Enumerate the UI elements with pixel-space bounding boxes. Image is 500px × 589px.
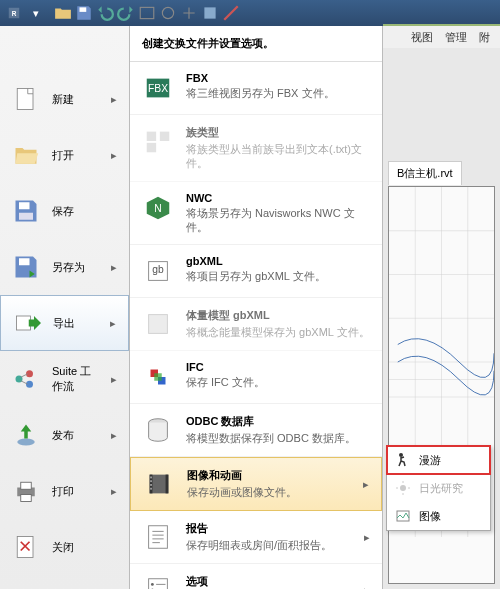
si-desc: 保存 IFC 文件。 [186, 375, 370, 389]
si-title: 族类型 [186, 125, 370, 140]
menu-suite[interactable]: Suite 工作流▸ [0, 351, 129, 407]
sub-options[interactable]: 选项设置 CAD 和 IFC 的导出选项。▸ [130, 564, 382, 589]
menu-saveas[interactable]: 另存为▸ [0, 239, 129, 295]
report-icon [142, 521, 174, 553]
sub-ifc[interactable]: IFC保存 IFC 文件。 [130, 351, 382, 404]
publish-icon [10, 419, 42, 451]
chevron-right-icon: ▸ [110, 319, 118, 327]
sub-fbx[interactable]: FBXFBX将三维视图另存为 FBX 文件。 [130, 62, 382, 115]
suite-icon [10, 363, 42, 395]
film-icon [143, 468, 175, 500]
save-icon [10, 195, 42, 227]
submenu-header: 创建交换文件并设置选项。 [130, 26, 382, 62]
si-desc: 将族类型从当前族导出到文本(.txt)文件。 [186, 142, 370, 171]
sun-icon [395, 480, 411, 496]
chevron-right-icon: ▸ [111, 95, 119, 103]
menu-label: 打开 [52, 148, 101, 163]
svg-text:FBX: FBX [148, 83, 168, 94]
chevron-right-icon: ▸ [111, 151, 119, 159]
redo-icon[interactable] [117, 4, 135, 22]
svg-rect-15 [21, 482, 32, 489]
mass-icon [142, 308, 174, 340]
menu-close[interactable]: 关闭 [0, 519, 129, 575]
flyout-solar: 日光研究 [387, 474, 490, 502]
walk-icon [395, 452, 411, 468]
menu-label: Suite 工作流 [52, 364, 101, 394]
si-title: FBX [186, 72, 370, 84]
menu-open[interactable]: 打开▸ [0, 127, 129, 183]
svg-rect-21 [160, 132, 169, 141]
si-title: 选项 [186, 574, 352, 589]
chevron-right-icon: ▸ [111, 263, 119, 271]
sub-nwc[interactable]: NNWC将场景另存为 Navisworks NWC 文件。 [130, 182, 382, 246]
image-animation-flyout: 漫游 日光研究 图像 [386, 445, 491, 531]
menu-save[interactable]: 保存 [0, 183, 129, 239]
qat-icon[interactable] [138, 4, 156, 22]
chevron-right-icon: ▸ [364, 584, 370, 589]
menu-label: 发布 [52, 428, 101, 443]
qat-icon[interactable] [201, 4, 219, 22]
open-icon [10, 139, 42, 171]
svg-rect-5 [17, 89, 33, 110]
menu-publish[interactable]: 发布▸ [0, 407, 129, 463]
undo-icon[interactable] [96, 4, 114, 22]
document-tab[interactable]: B信主机.rvt [388, 161, 462, 185]
dropdown-icon[interactable]: ▾ [26, 3, 46, 23]
si-desc: 将模型数据保存到 ODBC 数据库。 [186, 431, 370, 445]
svg-rect-34 [151, 488, 152, 490]
qat-icon[interactable] [159, 4, 177, 22]
sub-gbxml[interactable]: gbgbXML将项目另存为 gbXML 文件。 [130, 245, 382, 298]
menu-print[interactable]: 打印▸ [0, 463, 129, 519]
new-icon [10, 83, 42, 115]
open-icon[interactable] [54, 4, 72, 22]
export-icon [11, 307, 43, 339]
quick-access-toolbar [48, 4, 246, 22]
qat-icon[interactable] [222, 4, 240, 22]
sub-odbc[interactable]: ODBC 数据库将模型数据保存到 ODBC 数据库。 [130, 404, 382, 457]
svg-rect-33 [151, 484, 152, 486]
flyout-walkthrough[interactable]: 漫游 [387, 446, 490, 474]
menu-label: 导出 [53, 316, 100, 331]
svg-text:R: R [12, 10, 17, 17]
export-submenu: 创建交换文件并设置选项。 FBXFBX将三维视图另存为 FBX 文件。 族类型将… [130, 26, 383, 589]
tab-view[interactable]: 视图 [411, 30, 433, 44]
flyout-label: 图像 [419, 509, 441, 524]
si-title: NWC [186, 192, 370, 204]
menu-new[interactable]: 新建▸ [0, 71, 129, 127]
sub-family: 族类型将族类型从当前族导出到文本(.txt)文件。 [130, 115, 382, 182]
flyout-label: 日光研究 [419, 481, 463, 496]
title-bar: R ▾ [0, 0, 500, 26]
app-button[interactable]: R [4, 3, 24, 23]
tab-manage[interactable]: 管理 [445, 30, 467, 44]
svg-rect-6 [19, 202, 30, 209]
options-icon [142, 574, 174, 589]
si-desc: 将三维视图另存为 FBX 文件。 [186, 86, 370, 100]
menu-label: 关闭 [52, 540, 119, 555]
database-icon [142, 414, 174, 446]
application-menu: 新建▸ 打开▸ 保存 另存为▸ 导出▸ Suite 工作流▸ 发布▸ 打印▸ 关… [0, 26, 130, 589]
chevron-right-icon: ▸ [111, 487, 119, 495]
fbx-icon: FBX [142, 72, 174, 104]
save-icon[interactable] [75, 4, 93, 22]
svg-rect-22 [147, 143, 156, 152]
menu-label: 新建 [52, 92, 101, 107]
sub-report[interactable]: 报告保存明细表或房间/面积报告。▸ [130, 511, 382, 564]
tab-addins[interactable]: 附 [479, 30, 490, 44]
svg-rect-1 [80, 7, 87, 12]
si-title: IFC [186, 361, 370, 373]
svg-rect-35 [149, 526, 168, 549]
svg-rect-30 [166, 475, 169, 494]
svg-point-3 [162, 7, 173, 18]
qat-icon[interactable] [180, 4, 198, 22]
close-icon [10, 531, 42, 563]
si-desc: 将概念能量模型保存为 gbXML 文件。 [186, 325, 370, 339]
sub-image-animation[interactable]: 图像和动画保存动画或图像文件。▸ [130, 457, 382, 511]
svg-rect-16 [21, 495, 32, 502]
menu-label: 另存为 [52, 260, 101, 275]
si-title: 图像和动画 [187, 468, 351, 483]
svg-text:gb: gb [152, 264, 164, 275]
si-desc: 将项目另存为 gbXML 文件。 [186, 269, 370, 283]
menu-export[interactable]: 导出▸ [0, 295, 129, 351]
svg-text:N: N [154, 202, 161, 213]
flyout-image[interactable]: 图像 [387, 502, 490, 530]
